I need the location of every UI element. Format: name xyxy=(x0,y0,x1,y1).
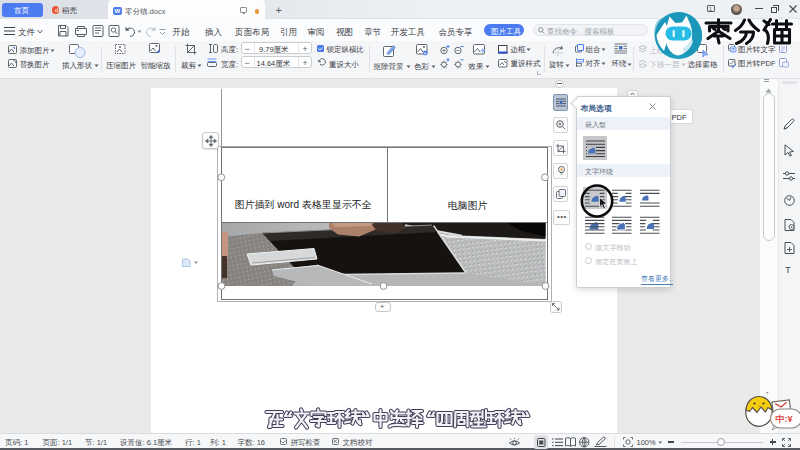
svg-text:中:¥: 中:¥ xyxy=(776,414,793,424)
